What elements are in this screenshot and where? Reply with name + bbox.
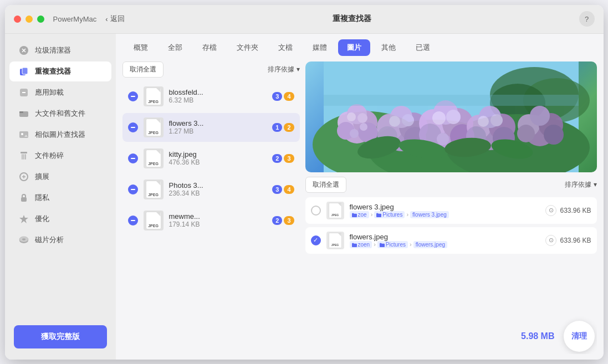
back-button[interactable]: ‹ 返回 [105,14,124,24]
svg-rect-11 [25,154,26,160]
sidebar-item-privacy[interactable]: 隱私 [9,188,111,208]
svg-point-51 [446,110,461,124]
svg-rect-72 [352,213,357,217]
tab-overview[interactable]: 概覽 [125,39,157,56]
svg-rect-79 [380,243,382,244]
file-list-item[interactable]: JPEG flowers 3... 1.27 MB 1 2 [122,113,300,142]
badge-count1: 3 [272,185,282,194]
svg-point-64 [530,106,550,126]
sidebar-item-optimize[interactable]: 優化 [9,209,111,229]
sidebar-item-disk[interactable]: 磁片分析 [9,230,111,250]
tab-media[interactable]: 媒體 [304,39,336,56]
detail-list-item[interactable]: JPEG flowers 3.jpeg zoe [305,197,597,224]
extend-icon [18,171,29,182]
tab-archive[interactable]: 存檔 [193,39,226,56]
sidebar-item-large[interactable]: 大文件和舊文件 [9,104,111,124]
tab-all[interactable]: 全部 [159,39,191,56]
content-area: 概覽 全部 存檔 文件夾 文檔 媒體 圖片 其他 已選 取消全選 排序依據 [116,34,604,360]
sidebar-item-label: 擴展 [35,172,49,182]
sidebar-item-duplicate[interactable]: 重複查找器 [9,61,111,81]
detail-checkbox[interactable] [311,235,321,245]
preview-toolbar: 取消全選 排序依據 ▾ [305,177,597,193]
path-file-item: flowers 3.jpeg [410,211,449,218]
sort-button[interactable]: 排序依據 ▾ [268,65,300,74]
badge-group: 3 4 [272,185,294,194]
badge-count1: 3 [272,92,282,101]
file-size: 1.27 MB [169,127,267,135]
svg-rect-76 [352,243,357,247]
tab-doc[interactable]: 文檔 [269,39,302,56]
disk-icon [18,234,29,245]
get-full-version-button[interactable]: 獲取完整版 [14,325,107,348]
path-pictures-folder: Pictures [374,211,405,218]
tab-selected[interactable]: 已選 [407,39,439,56]
svg-point-42 [389,116,400,127]
preview-deselect-button[interactable]: 取消全選 [305,177,346,193]
duplicate-icon [18,66,29,77]
file-list-item[interactable]: JPEG kitty.jpeg 476.36 KB 2 3 [122,144,300,173]
detail-list-item[interactable]: JPEG flowers.jpeg zoen [305,227,597,254]
badge-count1: 1 [272,123,282,132]
path-pictures-folder: Pictures [377,241,408,248]
svg-point-52 [437,133,449,145]
file-list-item[interactable]: JPEG mewme... 179.14 KB 2 3 [122,206,300,235]
svg-rect-77 [352,243,354,244]
file-size: 236.34 KB [169,189,267,197]
detail-checkbox[interactable] [311,206,321,216]
file-name: mewme... [169,212,267,221]
help-button[interactable]: ? [579,11,595,27]
detail-action-icon[interactable]: ⊙ [545,235,556,246]
badge-group: 2 3 [272,216,294,225]
svg-point-7 [21,133,23,135]
deselect-icon[interactable] [128,184,138,194]
badge-group: 2 3 [272,154,294,163]
file-info: Photos 3... 236.34 KB [169,181,267,197]
file-icon: JPEG [146,181,161,198]
file-thumbnail: JPEG [144,211,164,230]
sidebar-item-similar[interactable]: 相似圖片查找器 [9,125,111,145]
titlebar: PowerMyMac ‹ 返回 重複查找器 ? [5,5,604,34]
badge-count2: 3 [284,216,294,225]
file-thumbnail: JPEG [144,180,164,199]
sidebar-item-shred[interactable]: 文件粉碎 [9,146,111,166]
svg-point-65 [517,125,535,142]
sidebar-item-extend[interactable]: 擴展 [9,167,111,187]
file-list-item[interactable]: JPEG Photos 3... 236.34 KB 3 4 [122,175,300,204]
deselect-icon[interactable] [128,153,138,163]
svg-rect-8 [21,152,27,153]
tab-folder[interactable]: 文件夾 [228,39,267,56]
main-window: PowerMyMac ‹ 返回 重複查找器 ? 垃圾清潔器 [5,5,604,360]
tab-other[interactable]: 其他 [372,39,405,56]
sidebar-item-uninstall[interactable]: 應用卸載 [9,83,111,102]
file-info: kitty.jpeg 476.36 KB [169,150,267,166]
svg-point-34 [350,129,359,138]
svg-rect-6 [19,131,28,138]
svg-rect-5 [19,111,23,113]
detail-file-thumbnail: JPEG [326,202,344,219]
svg-rect-78 [380,243,385,247]
preview-sort-button[interactable]: 排序依據 ▾ [565,180,597,189]
clean-button[interactable]: 清理 [564,321,595,352]
badge-count2: 4 [284,185,294,194]
badge-count2: 2 [284,123,294,132]
deselect-all-button[interactable]: 取消全選 [122,61,164,78]
maximize-button[interactable] [37,16,44,23]
file-list-item[interactable]: JPEG blossfeld... 6.32 MB 3 4 [122,82,300,111]
file-size: 476.36 KB [169,158,267,166]
deselect-icon[interactable] [128,122,138,132]
sidebar-item-label: 相似圖片查找器 [35,130,85,140]
svg-rect-75 [376,213,379,214]
sidebar-item-label: 大文件和舊文件 [35,109,85,119]
badge-group: 3 4 [272,92,294,101]
tab-image[interactable]: 圖片 [338,39,370,56]
svg-point-59 [478,116,489,127]
app-name: PowerMyMac [53,15,97,23]
svg-rect-71 [324,95,579,106]
deselect-icon[interactable] [128,91,138,101]
detail-size-area: ⊙ 633.96 KB [545,235,591,246]
deselect-icon[interactable] [128,216,138,225]
close-button[interactable] [14,16,21,23]
detail-action-icon[interactable]: ⊙ [545,205,556,216]
sidebar-item-trash[interactable]: 垃圾清潔器 [9,40,111,60]
minimize-button[interactable] [25,16,33,23]
